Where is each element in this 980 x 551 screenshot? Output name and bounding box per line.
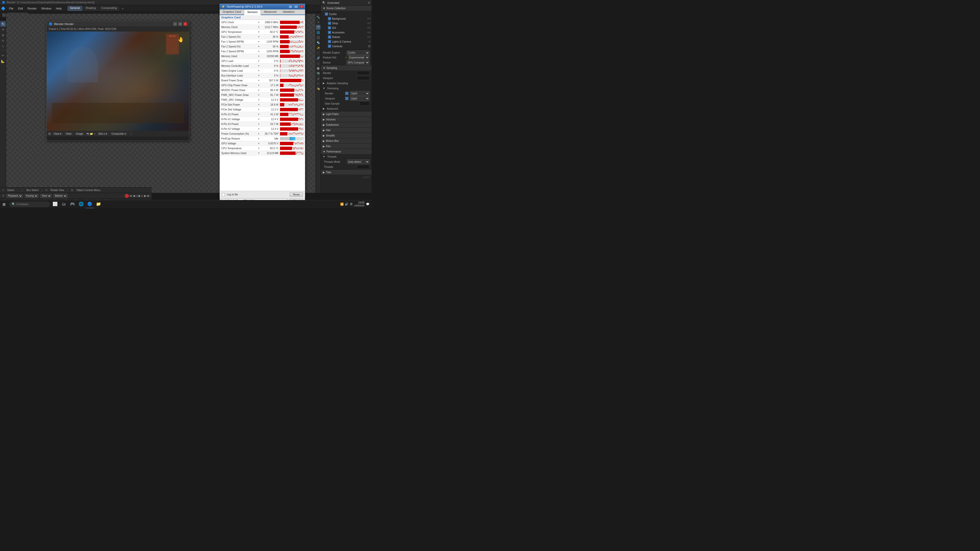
collection-cycles-check[interactable]: ✓ bbox=[325, 13, 328, 16]
sensor-arrow[interactable]: ▼ bbox=[257, 123, 260, 125]
gpuz-tab-validation[interactable]: Validation bbox=[280, 10, 298, 14]
menu-help[interactable]: Help bbox=[54, 6, 64, 11]
taskbar-search[interactable]: 🔍 Completar... bbox=[9, 202, 50, 207]
render-folder-icon[interactable]: 📁 bbox=[90, 132, 93, 135]
render-view-menu[interactable]: View ▾ bbox=[52, 132, 63, 135]
feature-set-select[interactable]: Experimental bbox=[348, 55, 370, 60]
panel-options-icon[interactable]: ⚙ bbox=[368, 1, 370, 4]
sensor-arrow[interactable]: ▼ bbox=[257, 147, 260, 149]
reset-button[interactable]: Reset bbox=[290, 192, 303, 197]
render-slot-select[interactable]: Slot 1 ▾ bbox=[97, 132, 108, 135]
hair-header[interactable]: ▶ Hair bbox=[321, 127, 372, 133]
denoising-viewport-select[interactable]: OptiX bbox=[350, 96, 370, 101]
icon-object[interactable]: ⬛ bbox=[316, 35, 321, 40]
icon-scene-props[interactable]: 🎭 bbox=[316, 86, 321, 91]
action-center-icon[interactable]: 💬 bbox=[366, 203, 369, 206]
threads-mode-select[interactable]: Auto-detect bbox=[347, 159, 370, 164]
collection-lights-check[interactable]: ✓ bbox=[328, 40, 331, 43]
tab-shading[interactable]: Shading bbox=[83, 6, 98, 11]
taskbar-chrome[interactable]: 🌐 bbox=[77, 200, 85, 208]
render-composite[interactable]: Composite ▾ bbox=[110, 132, 127, 135]
icon-modifier[interactable]: 🔩 bbox=[316, 40, 321, 45]
render-image-menu[interactable]: Image bbox=[75, 132, 85, 135]
timeline-prev-keyframe[interactable]: ◁ bbox=[136, 194, 138, 197]
sensor-arrow[interactable]: ▼ bbox=[257, 103, 260, 106]
sensor-arrow[interactable]: ▼ bbox=[257, 55, 260, 57]
tool-measure[interactable]: 📐 bbox=[0, 59, 6, 64]
denoising-row[interactable]: ▼ Denoising bbox=[321, 86, 372, 91]
menu-edit[interactable]: Edit bbox=[16, 6, 25, 11]
sensor-arrow[interactable]: ▼ bbox=[257, 108, 260, 111]
tab-general[interactable]: General bbox=[67, 6, 83, 11]
icon-material[interactable]: ⬤ bbox=[316, 66, 321, 70]
render-maximize[interactable]: □ bbox=[178, 22, 182, 26]
render-close[interactable]: ✕ bbox=[183, 22, 187, 26]
sensor-arrow[interactable]: ▼ bbox=[257, 118, 260, 121]
subdivision-header[interactable]: ▶ Subdivision bbox=[321, 122, 372, 127]
menu-file[interactable]: File bbox=[7, 6, 16, 11]
timeline-prev-frame[interactable]: ◀ bbox=[133, 194, 135, 197]
gpuz-tab-sensors[interactable]: Sensors bbox=[244, 10, 261, 15]
tool-select[interactable]: ↖ bbox=[0, 21, 6, 27]
taskbar-blender[interactable]: 🔵 bbox=[86, 200, 94, 208]
sensor-arrow[interactable]: ▼ bbox=[257, 128, 260, 130]
render-engine-select[interactable]: Cycles bbox=[347, 51, 370, 55]
threads-subsection[interactable]: ▼ Threads bbox=[321, 154, 372, 159]
timeline-record-btn[interactable] bbox=[125, 194, 129, 198]
sensor-arrow[interactable]: ▼ bbox=[257, 79, 260, 82]
sensor-arrow[interactable]: ▼ bbox=[257, 89, 260, 91]
gpuz-tab-graphics-card[interactable]: Graphics Card bbox=[220, 10, 244, 14]
start-sample-input[interactable]: 1 bbox=[360, 102, 369, 106]
tool-scale[interactable]: ⤡ bbox=[0, 44, 6, 49]
collection-shop-check[interactable]: ✓ bbox=[328, 22, 331, 25]
collection-robots-check[interactable]: ✓ bbox=[328, 35, 331, 38]
sensor-arrow[interactable]: ▼ bbox=[257, 60, 260, 62]
light-paths-header[interactable]: ▶ Light Paths ⋮⋮ bbox=[321, 111, 372, 117]
scene-collection-header[interactable]: ▼ Scene Collection bbox=[321, 6, 372, 11]
icon-particles[interactable]: ✨ bbox=[316, 45, 321, 50]
film-header[interactable]: ▶ Film bbox=[321, 144, 372, 149]
sensor-arrow[interactable]: ▼ bbox=[257, 70, 260, 72]
tiles-header[interactable]: ▶ Tiles bbox=[321, 170, 372, 175]
icon-constraints[interactable]: 🔗 bbox=[316, 56, 321, 60]
render-minimize[interactable]: — bbox=[173, 22, 177, 26]
tool-move[interactable]: ⊕ bbox=[0, 33, 6, 38]
sensor-arrow[interactable]: ▼ bbox=[257, 84, 260, 86]
render-samples-input[interactable]: 150 bbox=[357, 71, 369, 75]
sensor-arrow[interactable]: ▼ bbox=[257, 31, 260, 33]
sensor-arrow[interactable]: ▼ bbox=[257, 94, 260, 96]
icon-world[interactable]: 🌐 bbox=[316, 30, 321, 35]
performance-header[interactable]: ▼ Performance bbox=[321, 149, 372, 154]
timeline-playback-menu[interactable]: Playback bbox=[6, 194, 23, 198]
sensor-arrow[interactable]: ▼ bbox=[257, 50, 260, 52]
timeline-skip-start[interactable]: ⏮ bbox=[130, 194, 132, 197]
gpuz-restore[interactable]: □ bbox=[294, 5, 298, 8]
render-view-mode[interactable]: View bbox=[64, 132, 73, 135]
sensor-arrow[interactable]: ▼ bbox=[257, 133, 260, 135]
advanced-row[interactable]: ▶ Advanced bbox=[321, 106, 372, 111]
timeline-view-menu[interactable]: View bbox=[40, 194, 52, 198]
taskbar-steam[interactable]: 🎮 bbox=[68, 200, 76, 208]
timeline-play-btn[interactable]: ▶ bbox=[138, 194, 141, 197]
panel-filter-icon[interactable]: 🔍 bbox=[322, 1, 325, 4]
viewport-samples-input[interactable]: 50 bbox=[357, 76, 369, 80]
icon-render[interactable]: 📷 bbox=[316, 71, 321, 76]
render-fullscreen[interactable]: ⛶ bbox=[129, 132, 132, 135]
collection-cameras-check[interactable]: ✓ bbox=[328, 44, 331, 48]
menu-render[interactable]: Render bbox=[25, 6, 39, 11]
sensor-arrow[interactable]: ▼ bbox=[257, 138, 260, 140]
sensor-arrow[interactable]: ▼ bbox=[257, 36, 260, 38]
gpuz-close-x[interactable]: ✕ bbox=[300, 5, 304, 8]
icon-active-tool[interactable]: ✦ bbox=[316, 20, 321, 24]
sensor-arrow[interactable]: ▼ bbox=[257, 45, 260, 48]
device-select[interactable]: GPU Compute bbox=[347, 60, 370, 65]
taskbar-folder[interactable]: 📁 bbox=[94, 200, 103, 208]
sensor-arrow[interactable]: ▼ bbox=[257, 21, 260, 24]
tool-annotate[interactable]: ✏ bbox=[0, 53, 6, 58]
collection-accessories-check[interactable]: ✓ bbox=[328, 31, 331, 34]
sensor-arrow[interactable]: ▼ bbox=[257, 65, 260, 67]
tool-rotate[interactable]: ↻ bbox=[0, 38, 6, 43]
menu-window[interactable]: Window bbox=[39, 6, 53, 11]
timeline-keying-menu[interactable]: Keying bbox=[25, 194, 38, 198]
denoising-render-select[interactable]: OptiX bbox=[350, 91, 370, 96]
